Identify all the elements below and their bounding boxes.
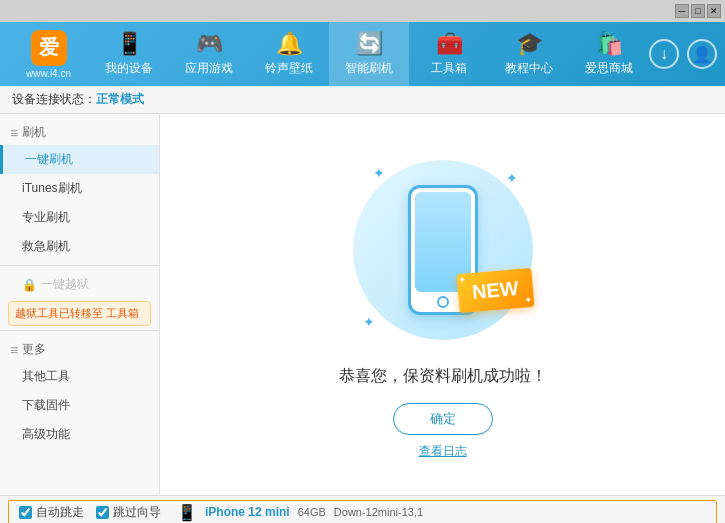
sparkle-2: ✦ <box>506 170 518 186</box>
device-phone-icon: 📱 <box>177 503 197 522</box>
sidebar-section-more: ≡ 更多 其他工具 下载固件 高级功能 <box>0 337 159 449</box>
auto-jump-checkbox[interactable] <box>19 506 32 519</box>
nav-label-toolbox: 工具箱 <box>431 60 467 77</box>
jailbreak-header: 一键越狱 <box>41 276 89 293</box>
status-bar: 设备连接状态： 正常模式 <box>0 86 725 114</box>
status-value: 正常模式 <box>96 91 144 108</box>
divider-2 <box>0 330 159 331</box>
nav-item-toolbox[interactable]: 🧰 工具箱 <box>409 22 489 86</box>
sidebar-item-other-tools[interactable]: 其他工具 <box>0 362 159 391</box>
appstore-icon: 🛍️ <box>596 31 623 57</box>
sidebar-item-pro-flash[interactable]: 专业刷机 <box>0 203 159 232</box>
logo-text: www.i4.cn <box>26 68 71 79</box>
close-button[interactable]: ✕ <box>707 4 721 18</box>
sidebar-section-flash: ≡ 刷机 一键刷机 iTunes刷机 专业刷机 救急刷机 <box>0 120 159 261</box>
tutorial-icon: 🎓 <box>516 31 543 57</box>
nav-label-tutorial: 教程中心 <box>505 60 553 77</box>
user-button[interactable]: 👤 <box>687 39 717 69</box>
rescue-flash-label: 救急刷机 <box>22 239 70 253</box>
nav-item-ringtone[interactable]: 🔔 铃声壁纸 <box>249 22 329 86</box>
nav-items: 📱 我的设备 🎮 应用游戏 🔔 铃声壁纸 🔄 智能刷机 🧰 工具箱 🎓 教程中心… <box>89 22 649 86</box>
flash-section-label: 刷机 <box>22 124 46 141</box>
app-game-icon: 🎮 <box>196 31 223 57</box>
sparkle-3: ✦ <box>363 314 375 330</box>
more-section-icon: ≡ <box>10 342 18 358</box>
nav-label-my-device: 我的设备 <box>105 60 153 77</box>
auto-jump-checkbox-item: 自动跳走 <box>19 504 84 521</box>
nav-label-app-game: 应用游戏 <box>185 60 233 77</box>
sidebar-item-itunes-flash[interactable]: iTunes刷机 <box>0 174 159 203</box>
title-bar: ─ □ ✕ <box>0 0 725 22</box>
sidebar-section-header-flash: ≡ 刷机 <box>0 120 159 145</box>
download-button[interactable]: ↓ <box>649 39 679 69</box>
device-name: iPhone 12 mini <box>205 505 290 519</box>
ringtone-icon: 🔔 <box>276 31 303 57</box>
phone-home-button <box>437 296 449 308</box>
divider-1 <box>0 265 159 266</box>
nav-item-smart-flash[interactable]: 🔄 智能刷机 <box>329 22 409 86</box>
device-storage: 64GB <box>298 506 326 518</box>
toolbox-icon: 🧰 <box>436 31 463 57</box>
nav-item-appstore[interactable]: 🛍️ 爱思商城 <box>569 22 649 86</box>
itunes-flash-label: iTunes刷机 <box>22 181 82 195</box>
more-section-label: 更多 <box>22 341 46 358</box>
skip-wizard-label: 跳过向导 <box>113 504 161 521</box>
top-nav: 爱 www.i4.cn 📱 我的设备 🎮 应用游戏 🔔 铃声壁纸 🔄 智能刷机 … <box>0 22 725 86</box>
content-area: ✦ ✦ ✦ NEW 恭喜您，保资料刷机成功啦！ 确定 查看日志 <box>160 114 725 495</box>
minimize-button[interactable]: ─ <box>675 4 689 18</box>
status-label: 设备连接状态： <box>12 91 96 108</box>
pro-flash-label: 专业刷机 <box>22 210 70 224</box>
confirm-button[interactable]: 确定 <box>393 403 493 435</box>
bottom-top-row: 自动跳走 跳过向导 📱 iPhone 12 mini 64GB Down-12m… <box>8 500 717 524</box>
auto-jump-label: 自动跳走 <box>36 504 84 521</box>
nav-right: ↓ 👤 <box>649 39 717 69</box>
new-badge: NEW <box>456 267 534 312</box>
sidebar-item-one-key-flash[interactable]: 一键刷机 <box>0 145 159 174</box>
nav-label-ringtone: 铃声壁纸 <box>265 60 313 77</box>
sidebar: ≡ 刷机 一键刷机 iTunes刷机 专业刷机 救急刷机 🔒 一键越狱 <box>0 114 160 495</box>
sidebar-item-rescue-flash[interactable]: 救急刷机 <box>0 232 159 261</box>
main-area: ≡ 刷机 一键刷机 iTunes刷机 专业刷机 救急刷机 🔒 一键越狱 <box>0 114 725 495</box>
flash-section-icon: ≡ <box>10 125 18 141</box>
bottom-strip: 自动跳走 跳过向导 📱 iPhone 12 mini 64GB Down-12m… <box>0 495 725 523</box>
nav-label-appstore: 爱思商城 <box>585 60 633 77</box>
sidebar-item-advanced[interactable]: 高级功能 <box>0 420 159 449</box>
jailbreak-note-text: 越狱工具已转移至 工具箱 <box>15 307 139 319</box>
logo: 爱 www.i4.cn <box>8 30 89 79</box>
nav-item-my-device[interactable]: 📱 我的设备 <box>89 22 169 86</box>
success-text: 恭喜您，保资料刷机成功啦！ <box>339 366 547 387</box>
nav-label-smart-flash: 智能刷机 <box>345 60 393 77</box>
view-log-link[interactable]: 查看日志 <box>419 443 467 460</box>
one-key-flash-label: 一键刷机 <box>25 152 73 166</box>
skip-wizard-checkbox[interactable] <box>96 506 109 519</box>
maximize-button[interactable]: □ <box>691 4 705 18</box>
sidebar-locked-jailbreak: 🔒 一键越狱 <box>0 272 159 297</box>
jailbreak-note: 越狱工具已转移至 工具箱 <box>8 301 151 326</box>
nav-item-tutorial[interactable]: 🎓 教程中心 <box>489 22 569 86</box>
nav-item-app-game[interactable]: 🎮 应用游戏 <box>169 22 249 86</box>
sidebar-section-header-more: ≡ 更多 <box>0 337 159 362</box>
device-version: Down-12mini-13,1 <box>334 506 423 518</box>
other-tools-label: 其他工具 <box>22 369 70 383</box>
logo-icon: 爱 <box>31 30 67 66</box>
skip-wizard-checkbox-item: 跳过向导 <box>96 504 161 521</box>
phone-illustration: ✦ ✦ ✦ NEW <box>343 150 543 350</box>
sidebar-item-download-firmware[interactable]: 下载固件 <box>0 391 159 420</box>
sparkle-1: ✦ <box>373 165 385 181</box>
advanced-label: 高级功能 <box>22 427 70 441</box>
device-icon: 📱 <box>116 31 143 57</box>
sidebar-section-jailbreak: 🔒 一键越狱 越狱工具已转移至 工具箱 <box>0 272 159 326</box>
lock-icon: 🔒 <box>22 278 37 292</box>
device-info: 📱 iPhone 12 mini 64GB Down-12mini-13,1 <box>177 503 423 522</box>
smart-flash-icon: 🔄 <box>356 31 383 57</box>
download-firmware-label: 下载固件 <box>22 398 70 412</box>
